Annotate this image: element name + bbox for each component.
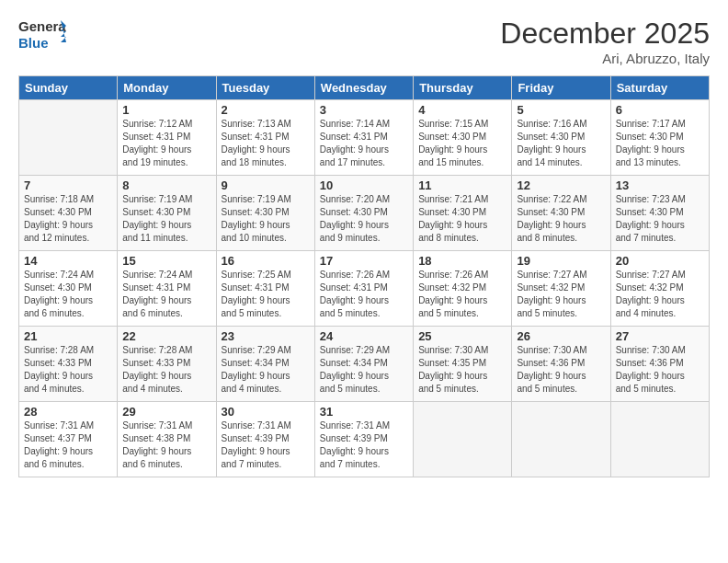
calendar-cell: 14Sunrise: 7:24 AMSunset: 4:30 PMDayligh… (19, 251, 118, 327)
calendar-week-row: 14Sunrise: 7:24 AMSunset: 4:30 PMDayligh… (19, 251, 710, 327)
calendar-cell: 15Sunrise: 7:24 AMSunset: 4:31 PMDayligh… (118, 251, 216, 327)
calendar-cell: 20Sunrise: 7:27 AMSunset: 4:32 PMDayligh… (610, 251, 709, 327)
calendar-cell: 9Sunrise: 7:19 AMSunset: 4:30 PMDaylight… (216, 176, 314, 251)
calendar-cell: 21Sunrise: 7:28 AMSunset: 4:33 PMDayligh… (19, 327, 118, 402)
calendar-week-row: 28Sunrise: 7:31 AMSunset: 4:37 PMDayligh… (19, 402, 710, 477)
calendar-cell: 1Sunrise: 7:12 AMSunset: 4:31 PMDaylight… (118, 100, 216, 176)
day-info: Sunrise: 7:27 AMSunset: 4:32 PMDaylight:… (616, 269, 704, 320)
day-number: 17 (320, 254, 408, 268)
day-number: 18 (418, 254, 506, 268)
day-number: 23 (222, 329, 310, 343)
day-info: Sunrise: 7:13 AMSunset: 4:31 PMDaylight:… (222, 118, 310, 169)
calendar-cell: 6Sunrise: 7:17 AMSunset: 4:30 PMDaylight… (610, 100, 709, 176)
day-info: Sunrise: 7:29 AMSunset: 4:34 PMDaylight:… (222, 344, 310, 396)
calendar-cell: 7Sunrise: 7:18 AMSunset: 4:30 PMDaylight… (19, 176, 118, 251)
day-number: 20 (616, 254, 704, 268)
title-block: December 2025 Ari, Abruzzo, Italy (500, 17, 710, 66)
calendar-cell: 30Sunrise: 7:31 AMSunset: 4:39 PMDayligh… (216, 402, 314, 477)
day-info: Sunrise: 7:19 AMSunset: 4:30 PMDaylight:… (222, 193, 310, 245)
calendar-cell: 22Sunrise: 7:28 AMSunset: 4:33 PMDayligh… (118, 327, 216, 402)
day-info: Sunrise: 7:31 AMSunset: 4:39 PMDaylight:… (222, 419, 310, 471)
weekday-header-tuesday: Tuesday (216, 76, 314, 100)
day-info: Sunrise: 7:22 AMSunset: 4:30 PMDaylight:… (517, 193, 605, 245)
day-number: 30 (222, 405, 310, 419)
day-number: 4 (418, 103, 506, 117)
day-number: 29 (122, 405, 210, 419)
day-number: 7 (24, 178, 112, 192)
calendar-table: SundayMondayTuesdayWednesdayThursdayFrid… (18, 75, 710, 477)
day-number: 2 (222, 103, 310, 117)
svg-text:General: General (18, 18, 66, 34)
calendar-cell: 26Sunrise: 7:30 AMSunset: 4:36 PMDayligh… (512, 327, 610, 402)
day-info: Sunrise: 7:26 AMSunset: 4:31 PMDaylight:… (320, 269, 408, 320)
day-number: 24 (320, 329, 408, 343)
day-number: 14 (24, 254, 112, 268)
day-number: 8 (122, 178, 210, 192)
weekday-header-wednesday: Wednesday (314, 76, 413, 100)
calendar-cell: 16Sunrise: 7:25 AMSunset: 4:31 PMDayligh… (216, 251, 314, 327)
day-number: 26 (517, 329, 605, 343)
day-info: Sunrise: 7:23 AMSunset: 4:30 PMDaylight:… (616, 193, 704, 245)
weekday-header-monday: Monday (118, 76, 216, 100)
day-info: Sunrise: 7:24 AMSunset: 4:31 PMDaylight:… (122, 269, 210, 320)
calendar-cell: 28Sunrise: 7:31 AMSunset: 4:37 PMDayligh… (19, 402, 118, 477)
calendar-cell: 11Sunrise: 7:21 AMSunset: 4:30 PMDayligh… (414, 176, 512, 251)
day-info: Sunrise: 7:19 AMSunset: 4:30 PMDaylight:… (122, 193, 210, 245)
day-info: Sunrise: 7:12 AMSunset: 4:31 PMDaylight:… (122, 118, 210, 169)
day-info: Sunrise: 7:30 AMSunset: 4:35 PMDaylight:… (418, 344, 506, 396)
day-info: Sunrise: 7:31 AMSunset: 4:38 PMDaylight:… (122, 419, 210, 471)
day-number: 28 (24, 405, 112, 419)
calendar-cell: 17Sunrise: 7:26 AMSunset: 4:31 PMDayligh… (314, 251, 413, 327)
day-info: Sunrise: 7:16 AMSunset: 4:30 PMDaylight:… (517, 118, 605, 169)
day-info: Sunrise: 7:25 AMSunset: 4:31 PMDaylight:… (222, 269, 310, 320)
calendar-week-row: 1Sunrise: 7:12 AMSunset: 4:31 PMDaylight… (19, 100, 710, 176)
weekday-header-sunday: Sunday (19, 76, 118, 100)
day-info: Sunrise: 7:31 AMSunset: 4:39 PMDaylight:… (320, 419, 408, 471)
calendar-cell: 5Sunrise: 7:16 AMSunset: 4:30 PMDaylight… (512, 100, 610, 176)
calendar-cell: 31Sunrise: 7:31 AMSunset: 4:39 PMDayligh… (314, 402, 413, 477)
day-number: 21 (24, 329, 112, 343)
calendar-week-row: 7Sunrise: 7:18 AMSunset: 4:30 PMDaylight… (19, 176, 710, 251)
day-info: Sunrise: 7:31 AMSunset: 4:37 PMDaylight:… (24, 419, 112, 471)
calendar-cell: 3Sunrise: 7:14 AMSunset: 4:31 PMDaylight… (314, 100, 413, 176)
day-number: 22 (122, 329, 210, 343)
day-number: 13 (616, 178, 704, 192)
day-number: 19 (517, 254, 605, 268)
calendar-cell: 8Sunrise: 7:19 AMSunset: 4:30 PMDaylight… (118, 176, 216, 251)
day-number: 11 (418, 178, 506, 192)
calendar-cell: 27Sunrise: 7:30 AMSunset: 4:36 PMDayligh… (610, 327, 709, 402)
calendar-cell: 4Sunrise: 7:15 AMSunset: 4:30 PMDaylight… (414, 100, 512, 176)
calendar-cell: 10Sunrise: 7:20 AMSunset: 4:30 PMDayligh… (314, 176, 413, 251)
day-info: Sunrise: 7:26 AMSunset: 4:32 PMDaylight:… (418, 269, 506, 320)
day-info: Sunrise: 7:24 AMSunset: 4:30 PMDaylight:… (24, 269, 112, 320)
calendar-cell: 25Sunrise: 7:30 AMSunset: 4:35 PMDayligh… (414, 327, 512, 402)
day-number: 27 (616, 329, 704, 343)
day-info: Sunrise: 7:21 AMSunset: 4:30 PMDaylight:… (418, 193, 506, 245)
day-number: 25 (418, 329, 506, 343)
calendar-cell: 2Sunrise: 7:13 AMSunset: 4:31 PMDaylight… (216, 100, 314, 176)
day-info: Sunrise: 7:15 AMSunset: 4:30 PMDaylight:… (418, 118, 506, 169)
calendar-cell (512, 402, 610, 477)
calendar-cell: 24Sunrise: 7:29 AMSunset: 4:34 PMDayligh… (314, 327, 413, 402)
day-number: 12 (517, 178, 605, 192)
weekday-header-friday: Friday (512, 76, 610, 100)
day-info: Sunrise: 7:30 AMSunset: 4:36 PMDaylight:… (517, 344, 605, 396)
day-number: 9 (222, 178, 310, 192)
calendar-week-row: 21Sunrise: 7:28 AMSunset: 4:33 PMDayligh… (19, 327, 710, 402)
day-info: Sunrise: 7:18 AMSunset: 4:30 PMDaylight:… (24, 193, 112, 245)
calendar-cell: 18Sunrise: 7:26 AMSunset: 4:32 PMDayligh… (414, 251, 512, 327)
calendar-cell: 12Sunrise: 7:22 AMSunset: 4:30 PMDayligh… (512, 176, 610, 251)
day-info: Sunrise: 7:20 AMSunset: 4:30 PMDaylight:… (320, 193, 408, 245)
day-info: Sunrise: 7:30 AMSunset: 4:36 PMDaylight:… (616, 344, 704, 396)
calendar-cell: 29Sunrise: 7:31 AMSunset: 4:38 PMDayligh… (118, 402, 216, 477)
location-title: Ari, Abruzzo, Italy (500, 51, 710, 66)
logo: General Blue (18, 17, 66, 52)
day-info: Sunrise: 7:28 AMSunset: 4:33 PMDaylight:… (24, 344, 112, 396)
day-info: Sunrise: 7:27 AMSunset: 4:32 PMDaylight:… (517, 269, 605, 320)
svg-text:Blue: Blue (18, 35, 49, 51)
day-number: 6 (616, 103, 704, 117)
day-number: 3 (320, 103, 408, 117)
day-number: 1 (122, 103, 210, 117)
calendar-cell: 19Sunrise: 7:27 AMSunset: 4:32 PMDayligh… (512, 251, 610, 327)
day-info: Sunrise: 7:17 AMSunset: 4:30 PMDaylight:… (616, 118, 704, 169)
